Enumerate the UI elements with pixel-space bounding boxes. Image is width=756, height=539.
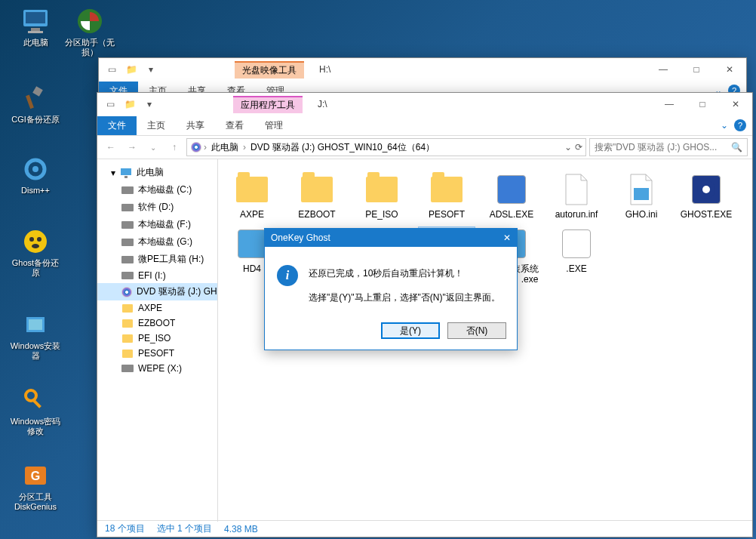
ribbon-view[interactable]: 查看 [215, 116, 254, 135]
desktop-icon-ghost-backup[interactable]: Ghost备份还原 [9, 226, 62, 278]
file-label: GHO.ini [625, 209, 658, 220]
dialog-yes-button[interactable]: 是(Y) [381, 322, 440, 339]
file-item[interactable]: PESOFT [419, 173, 475, 220]
tree-item[interactable]: 微PE工具箱 (H:) [97, 251, 217, 268]
svg-rect-21 [634, 188, 649, 200]
svg-rect-16 [32, 399, 41, 408]
tree-item[interactable]: EFI (I:) [97, 268, 217, 283]
search-box[interactable]: 🔍 [589, 138, 748, 156]
svg-point-12 [32, 244, 39, 248]
search-icon[interactable]: 🔍 [731, 142, 742, 152]
ribbon-expand-icon[interactable]: ⌄ [721, 120, 728, 131]
tree-item-label: 软件 (D:) [138, 201, 174, 214]
dialog-close-icon[interactable]: ✕ [503, 233, 511, 243]
ribbon-manage[interactable]: 管理 [254, 116, 293, 135]
qa-props-icon[interactable]: ▾ [141, 96, 158, 112]
tree-item[interactable]: PESOFT [97, 346, 217, 361]
file-item[interactable]: PE_ISO [354, 173, 410, 220]
dialog-titlebar[interactable]: OneKey Ghost ✕ [265, 229, 517, 247]
breadcrumb-dropdown-icon[interactable]: ⌄ [564, 142, 572, 152]
close-button[interactable]: ✕ [719, 93, 752, 116]
tree-item[interactable]: DVD 驱动器 (J:) GH [97, 283, 217, 300]
nav-back-button[interactable]: ← [102, 138, 120, 156]
tree-item[interactable]: EZBOOT [97, 316, 217, 331]
file-label: PE_ISO [365, 209, 398, 220]
nav-up-button[interactable]: ↑ [165, 138, 183, 156]
desktop-icon-this-pc[interactable]: 此电脑 [9, 6, 62, 48]
desktop-icon-win-password[interactable]: Windows密码修改 [9, 385, 62, 436]
explorer-window-back: ▭ 📁 ▾ 光盘映像工具 H:\ — □ ✕ 文件 主页 共享 查看 管理 ⌄? [98, 57, 747, 95]
key-icon [20, 385, 51, 415]
file-label: AXPE [240, 209, 264, 220]
file-item[interactable]: EZBOOT [289, 173, 345, 220]
ghost-icon [20, 226, 51, 257]
drive-icon [121, 365, 134, 372]
qa-props-icon[interactable]: ▾ [143, 61, 159, 78]
dvd-icon [191, 142, 201, 152]
qa-folder-icon[interactable]: 📁 [121, 96, 138, 112]
tree-item[interactable]: 本地磁盘 (F:) [97, 216, 217, 233]
ribbon-home[interactable]: 主页 [137, 116, 176, 135]
desktop-icon-win-installer[interactable]: Windows安装器 [9, 310, 62, 361]
folder-icon [122, 334, 133, 343]
minimize-button[interactable]: — [647, 58, 680, 81]
file-item[interactable]: .EXE [549, 227, 604, 285]
svg-rect-1 [26, 12, 45, 23]
desktop-icon-dism[interactable]: Dism++ [9, 154, 62, 196]
file-item[interactable]: GHOST.EXE [678, 173, 734, 220]
tree-item[interactable]: PE_ISO [97, 331, 217, 346]
titlebar-front[interactable]: ▭ 📁 ▾ 应用程序工具 J:\ — □ ✕ [97, 93, 752, 116]
tree-item[interactable]: 本地磁盘 (C:) [97, 181, 217, 199]
qa-folder-icon[interactable]: 📁 [123, 61, 140, 78]
navigation-pane[interactable]: ▾ 此电脑 本地磁盘 (C:)软件 (D:)本地磁盘 (F:)本地磁盘 (G:)… [97, 159, 218, 522]
desktop-icon-diskgenius[interactable]: G 分区工具DiskGenius [9, 460, 62, 512]
desktop-icon-cgi-backup[interactable]: CGI备份还原 [9, 83, 62, 125]
nav-history-button[interactable]: ⌄ [144, 138, 162, 156]
help-icon[interactable]: ? [734, 119, 746, 131]
svg-rect-19 [121, 168, 131, 175]
tree-item[interactable]: 软件 (D:) [97, 199, 217, 216]
file-label: HD4 [243, 263, 261, 274]
tree-item[interactable]: 本地磁盘 (G:) [97, 233, 217, 251]
diskgenius-icon: G [20, 460, 51, 491]
refresh-icon[interactable]: ⟳ [575, 142, 582, 152]
ribbon-share[interactable]: 共享 [176, 116, 215, 135]
file-item[interactable]: ADSL.EXE [484, 173, 539, 220]
tree-item[interactable]: AXPE [97, 300, 217, 316]
titlebar-back[interactable]: ▭ 📁 ▾ 光盘映像工具 H:\ — □ ✕ [99, 58, 746, 81]
svg-rect-3 [28, 31, 43, 33]
search-input[interactable] [595, 142, 731, 152]
contextual-tab-disc-image[interactable]: 光盘映像工具 [235, 61, 304, 79]
contextual-tab-app-tools[interactable]: 应用程序工具 [233, 96, 303, 113]
installer-icon [20, 310, 51, 340]
tree-this-pc[interactable]: ▾ 此电脑 [97, 164, 217, 181]
tree-item-label: 本地磁盘 (G:) [138, 236, 192, 248]
gear-icon [20, 154, 51, 184]
svg-point-9 [24, 230, 47, 253]
file-item[interactable]: AXPE [224, 173, 280, 220]
desktop-icon-partition-assist[interactable]: 分区助手（无损） [63, 6, 116, 57]
ribbon-file[interactable]: 文件 [97, 116, 137, 135]
file-label: PESOFT [429, 209, 465, 220]
file-label: .EXE [566, 263, 586, 274]
minimize-button[interactable]: — [653, 93, 686, 116]
onekey-ghost-dialog: OneKey Ghost ✕ i 还原已完成，10秒后自动重启计算机！ 选择"是… [264, 228, 518, 350]
breadcrumb-root[interactable]: 此电脑 [208, 141, 241, 154]
breadcrumb-drive[interactable]: DVD 驱动器 (J:) GHOST_WIN10_64位（64） [247, 141, 438, 154]
status-item-count: 18 个项目 [105, 522, 145, 535]
tree-item[interactable]: WEPE (X:) [97, 361, 217, 376]
svg-point-10 [29, 237, 34, 242]
maximize-button[interactable]: □ [686, 93, 719, 116]
close-button[interactable]: ✕ [713, 58, 746, 81]
file-item[interactable]: autorun.inf [549, 173, 604, 220]
file-label: GHOST.EXE [681, 209, 733, 220]
dialog-no-button[interactable]: 否(N) [447, 322, 506, 339]
info-icon: i [277, 265, 298, 286]
file-item[interactable]: GHO.ini [613, 173, 669, 220]
tree-item-label: WEPE (X:) [138, 363, 182, 374]
breadcrumb[interactable]: › 此电脑 › DVD 驱动器 (J:) GHOST_WIN10_64位（64）… [186, 138, 586, 156]
folder-icon [122, 319, 133, 328]
status-bar: 18 个项目 选中 1 个项目 4.38 MB [97, 520, 752, 537]
maximize-button[interactable]: □ [680, 58, 713, 81]
nav-forward-button[interactable]: → [123, 138, 141, 156]
